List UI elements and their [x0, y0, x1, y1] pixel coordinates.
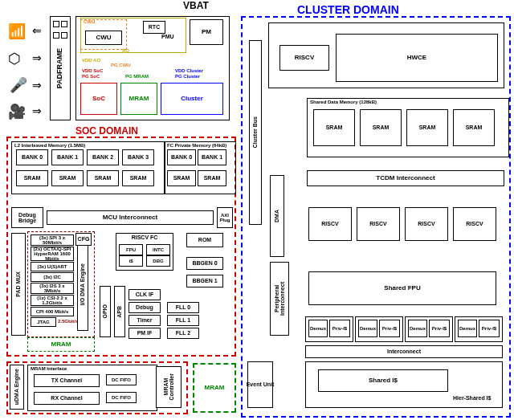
fc-bank0: BANK 0 — [167, 149, 196, 165]
pad-mux: PAD MUX — [11, 233, 26, 336]
fll1-block: FLL 1 — [167, 315, 199, 326]
mram-controller: MRAM Controller — [156, 366, 182, 408]
io-item: (3x) U(S)ART — [31, 262, 74, 271]
udma-engine: uDMA Engine — [10, 365, 24, 410]
priv-icache: Priv-I$ — [379, 320, 400, 337]
hier-shared-label: Hier-Shared I$ — [453, 395, 491, 401]
io-dma-engine: I/O DMA Engine — [77, 238, 88, 331]
arrow-icon: ⇒ — [32, 104, 42, 117]
io-item: (3x) I2S 3 x 3Mbit/s — [31, 283, 74, 294]
mram-external: MRAM — [193, 363, 236, 413]
arrow-icon: ⇐ — [32, 24, 42, 37]
dma-block: DMA — [270, 175, 284, 257]
fc-sram: SRAM — [198, 170, 226, 186]
cluster-interconnect: Interconnect — [305, 345, 503, 358]
io-item: (3x) I2C — [31, 272, 74, 282]
mcu-interconnect: MCU Interconnect — [47, 210, 214, 225]
priv-icache: Priv-I$ — [479, 320, 500, 337]
axi-plug: AXI Plug — [217, 207, 233, 228]
cluster-block: Cluster — [161, 83, 223, 115]
pg-cluster-label: PG Cluster — [175, 74, 200, 79]
cluster-sram: SRAM — [313, 109, 355, 146]
io-item: (2x) OCTA/Q-SPI HyperRAM 1600 Mbit/s — [31, 247, 74, 261]
l2-bank3: BANK 3 — [122, 149, 154, 165]
mram-block: MRAM — [120, 83, 157, 115]
fll0-block: FLL 0 — [167, 302, 199, 313]
demux-block: Demux — [408, 320, 427, 337]
l2-sram: SRAM — [87, 170, 119, 186]
pg-soc-label: PG SoC — [82, 74, 100, 79]
dbg-block: DBG — [146, 255, 170, 267]
io-rate: 2.5Gbit/s — [58, 319, 78, 324]
tcdm-interconnect: TCDM Interconnect — [307, 170, 504, 186]
fc-bank1: BANK 1 — [198, 149, 226, 165]
priv-icache: Priv-I$ — [429, 320, 450, 337]
cluster-core: RISCV — [308, 207, 352, 241]
l2-bank0: BANK 0 — [16, 149, 48, 165]
cluster-sram: SRAM — [360, 109, 402, 146]
shared-fpu: Shared FPU — [308, 271, 496, 305]
padframe-square — [53, 21, 59, 27]
cluster-sram: SRAM — [406, 109, 448, 146]
debug-block: Debug — [128, 302, 161, 313]
rom-block: ROM — [186, 233, 223, 247]
ao-label: AO — [122, 48, 129, 53]
l2-sram: SRAM — [122, 170, 154, 186]
io-item: (3x) SPI 3 x 50Mbit/s — [31, 234, 74, 246]
cluster-domain-title: CLUSTER DOMAIN — [297, 3, 399, 16]
fll2-block: FLL 2 — [167, 328, 199, 339]
l2-sram: SRAM — [16, 170, 48, 186]
mram-under-soc: MRAM — [27, 337, 95, 352]
io-item: (1x) CSI-2 2 x 1.2Gbit/s — [31, 295, 74, 306]
l2-bank1: BANK 1 — [51, 149, 84, 165]
cluster-sram: SRAM — [453, 109, 495, 146]
shared-icache: Shared I$ — [318, 369, 448, 392]
demux-block: Demux — [358, 320, 377, 337]
event-unit: Event Unit — [247, 361, 273, 408]
padframe-square — [61, 32, 67, 39]
cluster-core: RISCV — [453, 207, 496, 241]
camera-icon: 🎥 — [8, 103, 26, 120]
ao-region — [80, 18, 186, 53]
l2-bank2: BANK 2 — [87, 149, 119, 165]
cfg-block: CFG — [75, 233, 92, 246]
l2-sram: SRAM — [51, 170, 84, 186]
wifi-icon: 📶 — [8, 22, 26, 40]
fc-sram: SRAM — [167, 170, 196, 186]
io-item: JTAG — [31, 317, 56, 327]
padframe-square — [61, 21, 67, 27]
hwce-block: HWCE — [336, 34, 498, 82]
rx-channel: RX Channel — [34, 392, 100, 405]
vdd-ao-label: VDD AO — [82, 58, 100, 63]
cluster-bus: Cluster Bus — [249, 40, 262, 225]
vdd-soc-label: VDD SoC — [82, 68, 103, 73]
cluster-core: RISCV — [357, 207, 400, 241]
tx-channel: TX Channel — [34, 374, 100, 387]
pmif-block: PM IF — [128, 328, 161, 339]
padframe-square — [53, 32, 59, 39]
priv-icache: Priv-I$ — [329, 320, 350, 337]
arrow-icon: ⇒ — [32, 79, 42, 92]
demux-block: Demux — [458, 320, 477, 337]
bbgen1-block: BBGEN 1 — [186, 275, 223, 287]
cube-icon: ⬡ — [8, 50, 21, 67]
vbat-label: VBAT — [183, 0, 209, 11]
cluster-core: RISCV — [405, 207, 448, 241]
gpio-block: GPIO — [100, 286, 111, 337]
cluster-riscv: RISCV — [279, 45, 329, 71]
fpu-block: FPU — [119, 244, 143, 255]
arrow-icon: ⇒ — [32, 51, 42, 64]
icache-block: i$ — [119, 255, 143, 267]
intc-block: INTC — [146, 244, 170, 255]
periph-interconnect: Peripheral Interconnect — [270, 262, 289, 336]
clkif-block: CLK IF — [128, 289, 161, 300]
apb-block: APB — [114, 286, 125, 337]
mic-icon: 🎤 — [10, 76, 27, 94]
pg-mram-label: PG MRAM — [125, 74, 149, 79]
soc-block: SoC — [80, 83, 117, 115]
pg-cwu-label: PG CWU — [111, 63, 131, 67]
soc-domain-title: SOC DOMAIN — [75, 125, 138, 137]
demux-block: Demux — [308, 320, 328, 337]
timer-block: Timer — [128, 315, 161, 326]
io-item: CPI 400 Mbit/s — [31, 307, 74, 316]
